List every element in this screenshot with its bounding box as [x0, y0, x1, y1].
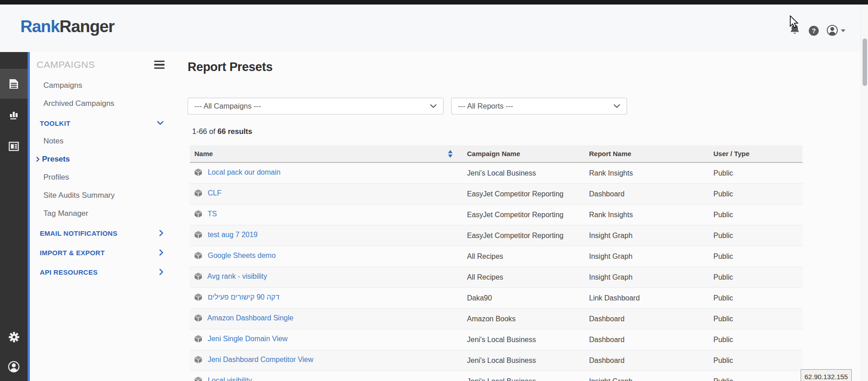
rail-pages-item[interactable]: [0, 133, 28, 160]
sidebar-item-label: EMAIL NOTIFICATIONS: [40, 229, 118, 237]
sort-desc-icon: [448, 154, 453, 157]
campaigns-filter-select[interactable]: --- All Campaigns ---: [188, 98, 443, 114]
table-row: Jeni Dashboard Competitor View Jeni's Lo…: [190, 350, 802, 371]
preset-link[interactable]: Amazon Dashboard Single: [208, 314, 293, 322]
preset-link[interactable]: Avg rank - visibility: [208, 272, 267, 280]
rail-analytics-item[interactable]: [0, 100, 28, 128]
sidebar-item-api-resources[interactable]: API RESOURCES: [30, 263, 172, 281]
preset-name-cell: Jeni Single Domain View: [190, 329, 462, 350]
column-header-name[interactable]: Name: [190, 145, 462, 162]
sidebar-item-archived-campaigns[interactable]: Archived Campaigns: [30, 95, 172, 113]
main-content: Report Presets --- All Campaigns --- ---…: [172, 52, 861, 381]
sidebar-item-label: Site Audits Summary: [43, 191, 115, 200]
user-type-cell: Public: [709, 267, 802, 288]
preset-link[interactable]: דקה 90 קישורים פעילים: [208, 293, 279, 301]
preset-link[interactable]: Jeni Single Domain View: [208, 335, 288, 343]
account-caret-icon[interactable]: [841, 29, 845, 32]
sidebar-item-presets[interactable]: Presets: [30, 150, 172, 168]
campaign-name-cell: EasyJet Competitor Reporting: [462, 205, 585, 225]
rail-reports-item[interactable]: [0, 69, 28, 99]
top-black-strip: [0, 0, 868, 5]
chevron-down-icon: [613, 104, 620, 108]
report-name-cell: Dashboard: [585, 350, 709, 371]
table-row: Avg rank - visibility All Recipes Insigh…: [190, 267, 802, 288]
reports-filter-select[interactable]: --- All Reports ---: [451, 98, 627, 114]
report-name-cell: Insight Graph: [585, 371, 709, 381]
column-header-report: Report Name: [585, 145, 709, 162]
campaign-name-cell: Amazon Books: [462, 309, 585, 329]
preset-link[interactable]: Google Sheets demo: [208, 252, 275, 259]
preset-link[interactable]: TS: [208, 210, 217, 218]
user-type-cell: Public: [709, 205, 802, 225]
preset-cube-icon: [194, 231, 202, 240]
campaign-name-cell: All Recipes: [462, 267, 585, 288]
preset-link[interactable]: Local pack our domain: [208, 168, 280, 176]
preset-name-cell: Jeni Dashboard Competitor View: [190, 350, 462, 371]
preset-link[interactable]: Local visibility: [208, 376, 252, 381]
sidebar-item-profiles[interactable]: Profiles: [30, 168, 172, 186]
chevron-right-icon: [159, 269, 164, 276]
table-row: Local visibility Jeni's Local Business I…: [190, 371, 802, 381]
rail-settings-item[interactable]: [0, 324, 28, 351]
report-name-cell: Insight Graph: [585, 225, 709, 246]
scrollbar-thumb[interactable]: [863, 38, 867, 86]
preset-name-cell: Avg rank - visibility: [190, 267, 462, 288]
preset-cube-icon: [194, 335, 202, 344]
campaign-name-cell: Daka90: [462, 288, 585, 309]
table-row: CLF EasyJet Competitor Reporting Dashboa…: [190, 184, 802, 205]
sidebar-item-label: API RESOURCES: [40, 268, 98, 276]
sidebar-item-email-notifications[interactable]: EMAIL NOTIFICATIONS: [30, 224, 172, 242]
campaign-name-cell: Jeni's Local Business: [462, 329, 585, 350]
preset-link[interactable]: Jeni Dashboard Competitor View: [208, 356, 313, 363]
user-type-cell: Public: [709, 350, 802, 371]
sidebar-item-label: IMPORT & EXPORT: [40, 249, 105, 257]
preset-name-cell: CLF: [190, 184, 462, 205]
sidebar-item-campaigns[interactable]: Campaigns: [30, 76, 172, 95]
page-scrollbar[interactable]: [861, 5, 868, 381]
preset-link[interactable]: test aug 7 2019: [208, 231, 257, 238]
sidebar-title: CAMPAIGNS: [37, 59, 95, 70]
sidebar-item-import-export[interactable]: IMPORT & EXPORT: [30, 243, 172, 262]
preset-name-cell: Local pack our domain: [190, 162, 462, 184]
preset-cube-icon: [194, 293, 202, 303]
preset-cube-icon: [194, 356, 202, 365]
user-type-cell: Public: [709, 246, 802, 267]
preset-name-cell: Amazon Dashboard Single: [190, 309, 462, 329]
sidebar-item-label: Profiles: [43, 173, 69, 182]
user-type-cell: Public: [709, 162, 802, 184]
user-type-cell: Public: [709, 225, 802, 246]
account-icon[interactable]: [826, 24, 838, 36]
campaigns-filter-value: --- All Campaigns ---: [194, 102, 261, 110]
user-type-cell: Public: [709, 309, 802, 329]
chevron-down-icon: [157, 121, 164, 125]
campaign-name-cell: Jeni's Local Business: [462, 162, 585, 184]
filters-bar: --- All Campaigns --- --- All Reports --…: [188, 98, 627, 114]
user-type-cell: Public: [709, 184, 802, 205]
rankranger-logo[interactable]: RankRanger: [20, 17, 114, 36]
table-row: Google Sheets demo All Recipes Insight G…: [190, 246, 802, 267]
preset-cube-icon: [194, 272, 202, 282]
logo-ranger: Ranger: [59, 17, 114, 36]
report-name-cell: Link Dashboard: [585, 288, 709, 309]
report-name-cell: Dashboard: [585, 309, 709, 329]
rail-account-item[interactable]: [0, 353, 28, 380]
report-name-cell: Dashboard: [585, 329, 709, 350]
sidebar-item-tag-manager[interactable]: Tag Manager: [30, 205, 172, 223]
sidebar-nav: CampaignsArchived CampaignsTOOLKITNotesP…: [30, 76, 172, 281]
preset-cube-icon: [194, 210, 202, 219]
notifications-bell-icon[interactable]: [789, 24, 800, 36]
chevron-right-icon: [159, 249, 164, 256]
table-row: test aug 7 2019 EasyJet Competitor Repor…: [190, 225, 802, 246]
sort-arrows-icon[interactable]: [448, 150, 453, 157]
sidebar-item-notes[interactable]: Notes: [30, 132, 172, 150]
sidebar-item-toolkit[interactable]: TOOLKIT: [30, 114, 172, 132]
hamburger-menu-icon[interactable]: [153, 60, 165, 70]
report-name-cell: Insight Graph: [585, 246, 709, 267]
sidebar-item-site-audits-summary[interactable]: Site Audits Summary: [30, 186, 172, 205]
preset-link[interactable]: CLF: [208, 189, 221, 197]
help-icon[interactable]: ?: [808, 25, 819, 36]
sidebar-item-label: Presets: [42, 155, 70, 164]
preset-cube-icon: [194, 314, 202, 324]
presets-table: Name Campaign Name Report Name User / Ty…: [190, 145, 766, 381]
sidebar-item-label: Tag Manager: [43, 209, 88, 218]
